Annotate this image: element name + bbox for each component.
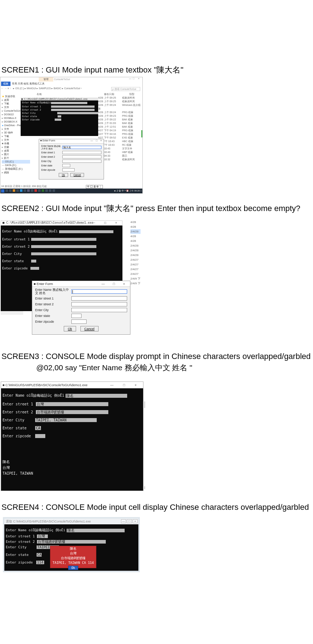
console-name-field[interactable] — [51, 102, 87, 104]
ribbon-tab[interactable]: 管理 — [39, 77, 53, 82]
taskbar-icon[interactable] — [45, 189, 48, 192]
taskbar-icon[interactable] — [5, 189, 8, 192]
taskbar-icon[interactable] — [20, 189, 22, 192]
tree-item[interactable]: 桌面 — [2, 149, 30, 153]
dialog-title: Enter Form — [42, 139, 55, 142]
file-list[interactable]: 4/28 上午 09:25檔案資料夾 4/28 上午 09:25檔案資料夾 4/… — [98, 96, 142, 161]
window-controls-icon[interactable]: — □ × — [93, 221, 121, 224]
taskbar-icon[interactable] — [27, 189, 30, 192]
console-street1-field[interactable]: 台灣 — [36, 402, 108, 406]
ime-toolbar[interactable]: 中 囗 倉 ⚙ ⋮ — [86, 185, 103, 189]
console-zip-field[interactable]: 114 — [36, 561, 44, 564]
console-name-field[interactable]: 陳名 — [66, 394, 127, 398]
taskbar-icon[interactable] — [34, 189, 37, 192]
window-controls-icon[interactable]: — □ × — [101, 281, 129, 287]
taskbar-icon[interactable] — [24, 189, 26, 192]
form-street2-input[interactable] — [71, 302, 127, 306]
form-state-input[interactable] — [62, 164, 70, 167]
form-state-input[interactable] — [71, 314, 82, 318]
form-name-input[interactable]: 陳大名 — [62, 146, 101, 149]
tree-item[interactable]: 圖片 — [2, 153, 30, 156]
console-name-field[interactable] — [59, 230, 113, 233]
column-header-date[interactable]: 修改日期 — [104, 92, 114, 96]
console-street2-field[interactable] — [51, 109, 95, 111]
screen3-console-window: ■ C:\MiniGUI\SAMPLES\BASIC\ConsoleToGUI\… — [1, 381, 143, 491]
column-header-name[interactable]: 名稱 — [37, 92, 42, 96]
ok-button[interactable]: Ok — [64, 326, 76, 331]
console-street2-field[interactable] — [31, 245, 96, 248]
minimize-icon[interactable]: — — [121, 519, 126, 523]
maximize-icon[interactable]: □ — [127, 519, 132, 523]
console-name-field[interactable]: 陳名 — [67, 529, 125, 532]
console-street1-label: Enter street 1 — [3, 402, 33, 406]
search-input[interactable]: ρ 搜尋 ConsoleToGui — [111, 87, 140, 91]
taskbar-icon[interactable] — [9, 189, 12, 192]
cancel-button[interactable]: Cancel — [70, 173, 84, 177]
console-street2-field[interactable]: 台市端路0號號樓 — [36, 410, 108, 414]
console-street1-field[interactable] — [51, 106, 95, 108]
window-controls-icon[interactable]: — □ × — [91, 139, 103, 142]
breadcrumb[interactable]: ▸ OS (C:) ▸ MiniGUI ▸ SAMPLES ▸ BASIC ▸ … — [13, 87, 82, 90]
scrollbar-fragment — [143, 486, 145, 489]
console-state-field[interactable]: CA — [37, 553, 42, 557]
taskbar-icon[interactable] — [31, 189, 33, 192]
console-zip-label: Enter zipcode — [6, 560, 33, 564]
taskbar-icon[interactable] — [16, 189, 19, 192]
column-header-type[interactable]: 類型 — [129, 92, 134, 96]
console-state-label: Enter state — [22, 115, 51, 117]
menu-bar[interactable]: 常用 共用 檢視 應用程式工具 — [12, 82, 45, 86]
taskbar[interactable]: ■ ⮃ ⏻ 中 ☁ ⏰ 上午 09:29 □ — [0, 189, 142, 193]
tree-item[interactable]: 文件 — [2, 138, 30, 142]
taskbar-icon[interactable] — [13, 189, 15, 192]
console-zip-field[interactable] — [55, 119, 61, 121]
console-state-label: Enter state — [6, 553, 29, 557]
tree-drive-e[interactable]: 新增磁碟區 (E:) — [2, 167, 30, 171]
console-street2-field[interactable]: 台市端路0號號樓 — [37, 540, 106, 544]
window-controls-icon[interactable]: □ × — [133, 77, 141, 80]
close-icon[interactable]: × — [133, 519, 138, 523]
ok-button[interactable]: Ok — [59, 173, 68, 177]
form-zip-input[interactable] — [71, 319, 87, 324]
console-street1-field[interactable]: 台灣 — [37, 534, 48, 538]
console-zip-label: Enter zipcode — [2, 267, 28, 270]
form-zip-label: Enter zipcode — [35, 320, 71, 323]
form-city-input[interactable] — [71, 308, 127, 312]
tree-item[interactable]: 影片 — [2, 156, 30, 160]
taskbar-icon[interactable] — [53, 189, 55, 192]
popup-ok-button[interactable]: Ok — [68, 566, 78, 570]
console-city-field[interactable]: TAIPEI, TAIWAN — [35, 418, 97, 422]
taskbar-icon[interactable] — [49, 189, 51, 192]
form-zip-label: Enter zipcode — [41, 169, 62, 171]
taskbar-icon[interactable] — [38, 189, 41, 192]
tree-drive-d[interactable]: DATA (D:) — [2, 164, 30, 167]
menu-file[interactable]: 檔案 — [1, 82, 11, 86]
console-city-field[interactable] — [57, 112, 98, 114]
console-zip-label: Enter zipcode — [22, 118, 51, 121]
window-minimize-icon[interactable]: — — [129, 77, 132, 80]
form-street1-input[interactable] — [62, 151, 101, 154]
window-controls-icon[interactable]: — □ × — [110, 382, 141, 388]
tree-this-pc[interactable]: 本機 — [2, 142, 30, 145]
console-state-field[interactable] — [58, 115, 61, 117]
console-zip-field[interactable] — [30, 267, 39, 270]
form-zip-input[interactable] — [62, 168, 75, 172]
form-city-input[interactable] — [62, 160, 101, 163]
console-state-field[interactable]: CA — [35, 426, 41, 430]
console-zip-field[interactable] — [35, 434, 45, 438]
tree-network[interactable]: 網路 — [2, 171, 30, 174]
form-name-input[interactable] — [71, 289, 127, 294]
console-name-label: Enter Name oïÖ諭穐磁話üç 倒oÉì — [6, 528, 65, 533]
nav-back-forward-icon[interactable]: ← → ▾ ↑ — [1, 87, 11, 90]
tree-item[interactable]: 音樂 — [2, 145, 30, 149]
form-city-label: Enter City — [35, 309, 71, 312]
start-button-icon[interactable] — [1, 189, 4, 193]
taskbar-icon[interactable] — [42, 189, 44, 192]
console-state-field[interactable] — [31, 260, 36, 263]
system-tray[interactable]: ■ ⮃ ⏻ 中 ☁ ⏰ 上午 09:29 □ — [114, 189, 142, 193]
console-city-field[interactable] — [31, 252, 96, 255]
console-street1-field[interactable] — [31, 238, 96, 241]
tree-drive-c[interactable]: OS (C:) — [2, 160, 30, 164]
form-street1-input[interactable] — [71, 296, 127, 301]
form-street2-input[interactable] — [62, 155, 101, 158]
cancel-button[interactable]: Cancel — [80, 326, 99, 331]
